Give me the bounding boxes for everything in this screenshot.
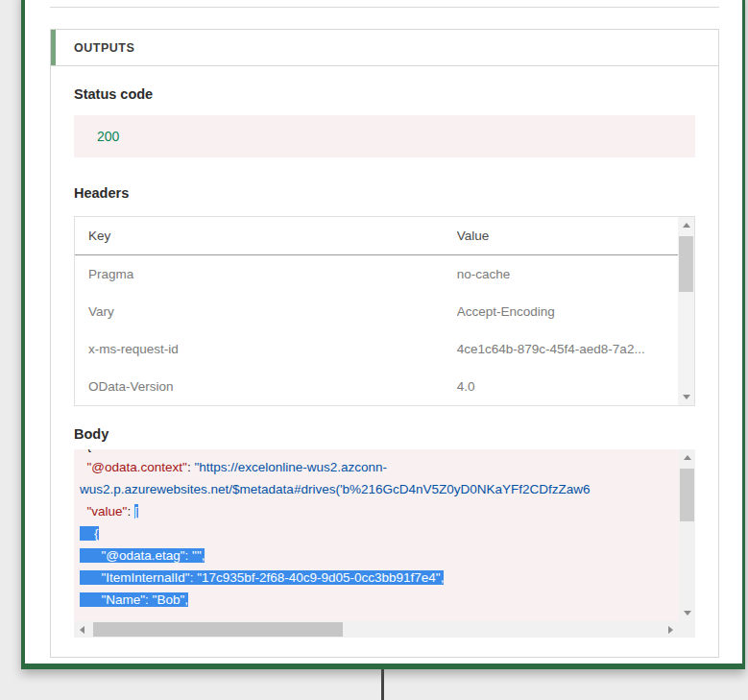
header-value-cell: Accept-Encoding — [457, 304, 678, 319]
headers-table: Key Value Pragmano-cacheVaryAccept-Encod… — [74, 216, 695, 406]
table-row: OData-Version4.0 — [75, 368, 678, 405]
previous-section-divider — [50, 7, 719, 8]
code-line: "@odata.context": "https://excelonline-w… — [80, 456, 679, 478]
code-text: "value" — [87, 504, 128, 519]
code-text: "@odata.context" — [87, 460, 187, 474]
header-key-cell: OData-Version — [88, 379, 457, 394]
status-code-box: 200 — [74, 115, 695, 157]
outputs-title: OUTPUTS — [51, 30, 718, 66]
outputs-content: Status code 200 Headers Key Value Pragma… — [51, 85, 718, 638]
flow-canvas: OUTPUTS Status code 200 Headers Key Valu… — [0, 0, 748, 700]
headers-table-vertical-scrollbar[interactable] — [678, 217, 694, 405]
body-vertical-scrollbar[interactable] — [679, 449, 695, 621]
code-line: "ItemInternalId": "17c935bf-2f68-40c9-9d… — [80, 567, 679, 589]
status-code-label: Status code — [74, 85, 695, 104]
scrollbar-thumb[interactable] — [93, 622, 343, 637]
scroll-down-icon[interactable] — [679, 605, 695, 621]
code-line: { — [80, 522, 679, 544]
code-text: : — [127, 504, 134, 519]
code-text — [80, 504, 87, 519]
scroll-up-icon[interactable] — [679, 449, 695, 466]
scroll-right-icon[interactable] — [663, 621, 679, 638]
header-value-cell: 4ce1c64b-879c-45f4-aed8-7a2... — [457, 342, 678, 356]
selected-text: [ — [134, 504, 138, 519]
code-line: { — [80, 449, 679, 456]
header-key-cell: x-ms-request-id — [88, 342, 457, 356]
outputs-accent-bar — [51, 30, 56, 65]
column-header-key: Key — [88, 229, 457, 243]
code-text: wus2.p.azurewebsites.net/$metadata#drive… — [80, 482, 591, 496]
header-value-cell: 4.0 — [457, 379, 678, 394]
body-horizontal-scrollbar[interactable] — [74, 621, 679, 638]
column-header-value: Value — [457, 229, 678, 243]
selected-text: "@odata.etag": "", — [80, 548, 205, 563]
action-card: OUTPUTS Status code 200 Headers Key Valu… — [21, 0, 745, 669]
code-text: { — [80, 449, 91, 452]
headers-label: Headers — [74, 184, 695, 203]
scrollbar-corner — [679, 621, 695, 638]
code-text — [80, 460, 87, 474]
scroll-up-icon[interactable] — [678, 217, 694, 233]
header-key-cell: Pragma — [88, 267, 457, 281]
outputs-header: OUTPUTS — [51, 30, 718, 66]
selected-text: "ItemInternalId": "17c935bf-2f68-40c9-9d… — [80, 570, 444, 585]
scrollbar-thumb[interactable] — [680, 469, 694, 521]
scrollbar-thumb[interactable] — [679, 236, 693, 292]
status-code-value: 200 — [74, 115, 695, 157]
body-label: Body — [74, 425, 695, 444]
header-key-cell: Vary — [88, 304, 457, 319]
code-line: "value": [ — [80, 500, 679, 522]
body-output-box: { "@odata.context": "https://excelonline… — [74, 449, 695, 638]
table-row: VaryAccept-Encoding — [75, 293, 678, 330]
table-row: x-ms-request-id4ce1c64b-879c-45f4-aed8-7… — [75, 330, 678, 368]
selected-text: { — [80, 526, 99, 541]
code-line: "@odata.etag": "", — [80, 544, 679, 567]
code-line: "Name": "Bob", — [80, 589, 679, 611]
code-line: wus2.p.azurewebsites.net/$metadata#drive… — [80, 478, 679, 500]
code-text: "https://excelonline-wus2.azconn- — [194, 460, 387, 474]
table-row: Pragmano-cache — [75, 255, 678, 293]
body-json-content[interactable]: { "@odata.context": "https://excelonline… — [74, 449, 679, 621]
flow-connector-line — [381, 669, 384, 700]
outputs-panel: OUTPUTS Status code 200 Headers Key Valu… — [50, 29, 719, 658]
headers-table-header: Key Value — [75, 217, 678, 255]
scroll-down-icon[interactable] — [678, 389, 694, 405]
scroll-left-icon[interactable] — [74, 621, 90, 638]
selected-text: "Name": "Bob", — [80, 592, 188, 607]
header-value-cell: no-cache — [457, 267, 678, 281]
